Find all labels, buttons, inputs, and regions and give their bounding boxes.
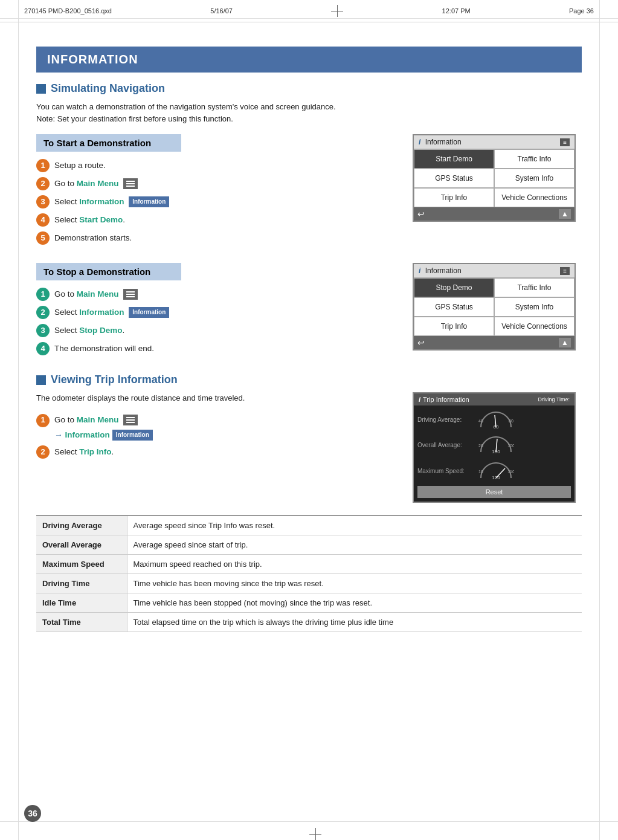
screen2-back-arrow[interactable]: ↩	[417, 338, 425, 347]
top-crosshair	[331, 5, 343, 17]
main-content: INFORMATION Simulating Navigation You ca…	[0, 22, 618, 656]
def-idle-time: Time vehicle has been stopped (not movin…	[127, 593, 582, 613]
section-square-icon	[36, 84, 46, 94]
time-info: 12:07 PM	[442, 7, 471, 15]
table-row-maximum-speed: Maximum Speed Maximum speed reached on t…	[36, 555, 582, 574]
page-number: 36	[24, 805, 41, 822]
def-driving-time: Time vehicle has been moving since the t…	[127, 574, 582, 593]
screen2-cell-trip-info[interactable]: Trip Info	[414, 317, 494, 336]
screen1-cell-vehicle-connections[interactable]: Vehicle Connections	[494, 188, 575, 207]
screen2-header: i Information ≡	[414, 264, 575, 278]
screen2-grid: Stop Demo Traffic Info GPS Status System…	[414, 278, 575, 336]
overall-avg-gauge: 100 20 100	[478, 434, 514, 455]
stop-step-num-4: 4	[36, 342, 50, 355]
arrow-indicator: →	[54, 430, 63, 441]
main-menu-icon-2	[123, 289, 138, 300]
screen2-cell-vehicle-connections[interactable]: Vehicle Connections	[494, 317, 575, 336]
trip-info-section: The odometer displays the route distance…	[36, 392, 582, 503]
start-step-4: 4 Select Start Demo.	[36, 213, 394, 227]
screen1-footer: ↩ ▲	[414, 207, 575, 221]
main-menu-icon	[123, 178, 138, 189]
trip-description: The odometer displays the route distance…	[36, 392, 394, 404]
margin-line-bottom	[0, 821, 618, 822]
stop-step-num-3: 3	[36, 324, 50, 337]
screen1-up-arrow[interactable]: ▲	[559, 209, 571, 219]
screen2-cell-gps-status[interactable]: GPS Status	[414, 297, 494, 317]
term-driving-average: Driving Average	[36, 515, 127, 535]
margin-line-right	[599, 0, 600, 840]
svg-text:110: 110	[507, 470, 514, 474]
page-header: 270145 PMD-B200_0516.qxd 5/16/07 12:07 P…	[0, 0, 618, 22]
i-icon-2: i	[419, 267, 423, 275]
step-num-2: 2	[36, 177, 50, 190]
info-badge-3: Information	[112, 430, 153, 441]
svg-text:10: 10	[478, 470, 483, 474]
screen1-cell-trip-info[interactable]: Trip Info	[414, 188, 494, 207]
trip-screen-mockup: i Trip Information Driving Time: Driving…	[413, 392, 582, 503]
trip-step-1: 1 Go to Main Menu →	[36, 414, 394, 441]
screen2-cell-stop-demo[interactable]: Stop Demo	[414, 278, 494, 297]
start-step-1: 1 Setup a route.	[36, 159, 394, 172]
stop-step-2: 2 Select Information Information	[36, 306, 394, 319]
info-screen-1: i Information ≡ Start Demo Traffic Info …	[413, 134, 576, 222]
stop-demo-steps: To Stop a Demonstration 1 Go to Main Men…	[36, 263, 394, 361]
screen1-cell-start-demo[interactable]: Start Demo	[414, 149, 494, 169]
trip-max-speed-row: Maximum Speed: 120 10 110	[417, 460, 571, 482]
info-screen-2: i Information ≡ Stop Demo Traffic Info G…	[413, 263, 576, 351]
table-row-driving-average: Driving Average Average speed since Trip…	[36, 515, 582, 535]
driving-time-label: Driving Time:	[538, 396, 570, 402]
driving-avg-label: Driving Average:	[417, 416, 478, 423]
information-banner: INFORMATION	[36, 47, 582, 73]
trip-driving-average-row: Driving Average: 60 40 80	[417, 409, 571, 430]
screen1-back-arrow[interactable]: ↩	[417, 209, 425, 219]
section1-description: You can watch a demonstration of the nav…	[36, 101, 582, 124]
trip-i-icon: i	[419, 396, 420, 403]
start-step-2: 2 Go to Main Menu	[36, 177, 394, 190]
def-overall-average: Average speed since start of trip.	[127, 535, 582, 555]
def-driving-average: Average speed since Trip Info was reset.	[127, 515, 582, 535]
trip-info-screen: i Trip Information Driving Time: Driving…	[413, 392, 576, 503]
screen2-cell-traffic-info[interactable]: Traffic Info	[494, 278, 575, 297]
step-num-4: 4	[36, 213, 50, 227]
svg-text:20: 20	[478, 444, 483, 448]
file-info: 270145 PMD-B200_0516.qxd	[24, 7, 112, 15]
start-steps-list: 1 Setup a route. 2 Go to Main Menu	[36, 159, 394, 245]
stop-step-3: 3 Select Stop Demo.	[36, 324, 394, 337]
screen1-header: i Information ≡	[414, 135, 575, 149]
screen1-menu-btn[interactable]: ≡	[560, 138, 570, 146]
term-idle-time: Idle Time	[36, 593, 127, 613]
screen1-cell-gps-status[interactable]: GPS Status	[414, 169, 494, 188]
margin-line-left	[18, 0, 19, 840]
banner-title: INFORMATION	[47, 53, 138, 66]
info-badge-2: Information	[129, 307, 169, 318]
trip-step-2: 2 Select Trip Info.	[36, 445, 394, 459]
stop-step-1: 1 Go to Main Menu	[36, 288, 394, 301]
driving-avg-gauge: 60 40 80	[478, 409, 514, 430]
step-num-5: 5	[36, 231, 50, 245]
screen2-cell-system-info[interactable]: System Info	[494, 297, 575, 317]
bottom-crosshair	[309, 828, 321, 840]
screen2-up-arrow[interactable]: ▲	[559, 338, 571, 347]
trip-steps-list: 1 Go to Main Menu →	[36, 414, 394, 459]
section1-title: Simulating Navigation	[36, 82, 582, 95]
main-menu-icon-3	[123, 415, 138, 425]
screen2-menu-btn[interactable]: ≡	[560, 267, 570, 275]
section2-square-icon	[36, 375, 46, 385]
screen1-grid: Start Demo Traffic Info GPS Status Syste…	[414, 149, 575, 207]
reset-button[interactable]: Reset	[417, 486, 571, 498]
max-speed-label: Maximum Speed:	[417, 468, 478, 474]
table-row-idle-time: Idle Time Time vehicle has been stopped …	[36, 593, 582, 613]
screen1-cell-traffic-info[interactable]: Traffic Info	[494, 149, 575, 169]
trip-info-steps: The odometer displays the route distance…	[36, 392, 394, 503]
trip-screen-header: i Trip Information Driving Time:	[414, 393, 575, 405]
start-step-3: 3 Select Information Information	[36, 195, 394, 208]
step-num-1: 1	[36, 159, 50, 172]
screen2-footer: ↩ ▲	[414, 336, 575, 349]
stop-step-num-1: 1	[36, 288, 50, 301]
stop-demo-section: To Stop a Demonstration 1 Go to Main Men…	[36, 263, 582, 361]
table-row-driving-time: Driving Time Time vehicle has been movin…	[36, 574, 582, 593]
screen2-mockup: i Information ≡ Stop Demo Traffic Info G…	[413, 263, 582, 361]
start-demo-steps: To Start a Demonstration 1 Setup a route…	[36, 134, 394, 251]
max-speed-gauge: 120 10 110	[478, 460, 514, 481]
screen1-cell-system-info[interactable]: System Info	[494, 169, 575, 188]
